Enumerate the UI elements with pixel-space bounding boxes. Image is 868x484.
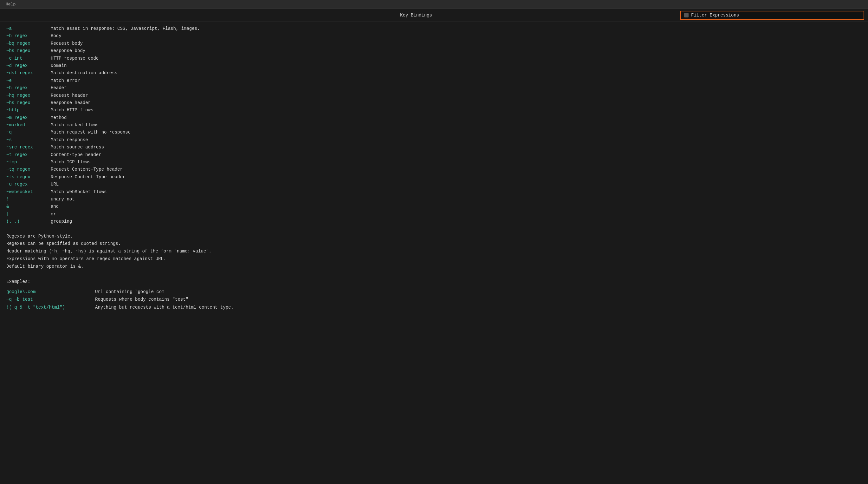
note-line: Regexes can be specified as quoted strin…: [6, 240, 862, 248]
keybinding-key: ~m regex: [6, 114, 51, 121]
keybinding-row: ~t regexContent-type header: [6, 151, 862, 158]
note-line: Default binary operator is &.: [6, 263, 862, 271]
keybinding-row: ~tcpMatch TCP flows: [6, 159, 862, 165]
keybinding-key: ~marked: [6, 121, 51, 128]
examples-list: google\.comUrl containing "google.com~q …: [6, 288, 862, 311]
keybinding-row: ~markedMatch marked flows: [6, 121, 862, 128]
notes-section: Regexes are Python-style.Regexes can be …: [6, 233, 862, 271]
keybinding-row: ~sMatch response: [6, 137, 862, 143]
keybinding-key: &: [6, 203, 51, 210]
filter-dot-icon: [684, 13, 688, 18]
keybinding-desc: Match TCP flows: [51, 159, 91, 165]
keybinding-key: ~s: [6, 137, 51, 143]
keybinding-row: (...)grouping: [6, 218, 862, 225]
keybinding-desc: HTTP response code: [51, 55, 99, 62]
keybinding-desc: Match HTTP flows: [51, 107, 93, 114]
example-row: google\.comUrl containing "google.com: [6, 288, 862, 295]
keybinding-row: ~u regexURL: [6, 181, 862, 188]
keybinding-key: ~ts regex: [6, 174, 51, 180]
keybinding-key: ~dst regex: [6, 69, 51, 77]
keybinding-key: ~http: [6, 107, 51, 114]
keybinding-row: ~bs regexResponse body: [6, 47, 862, 54]
example-desc: Url containing "google.com: [95, 288, 164, 295]
menu-help[interactable]: Help: [3, 2, 19, 7]
keybinding-desc: unary not: [51, 196, 75, 203]
examples-section: Examples: google\.comUrl containing "goo…: [6, 278, 862, 311]
keybinding-row: ~tq regexRequest Content-Type header: [6, 166, 862, 173]
keybinding-desc: Request header: [51, 92, 88, 99]
keybinding-key: ~bq regex: [6, 40, 51, 47]
keybinding-row: ~dst regexMatch destination address: [6, 69, 862, 77]
keybinding-desc: Match error: [51, 77, 80, 84]
keybinding-row: ~eMatch error: [6, 77, 862, 84]
keybinding-key: ~h regex: [6, 84, 51, 91]
keybinding-key: ~c int: [6, 55, 51, 62]
keybinding-desc: Domain: [51, 62, 67, 69]
keybinding-desc: Response body: [51, 47, 85, 54]
example-key: ~q ~b test: [6, 296, 95, 303]
keybinding-key: ~u regex: [6, 181, 51, 188]
keybinding-row: ~bq regexRequest body: [6, 40, 862, 47]
main-content: ~aMatch asset in response: CSS, Javascri…: [0, 22, 868, 314]
keybinding-key: ~d regex: [6, 62, 51, 69]
example-key: google\.com: [6, 288, 95, 295]
example-row: !(~q & ~t "text/html")Anything but reque…: [6, 304, 862, 311]
keybinding-row: ~qMatch request with no response: [6, 129, 862, 136]
keybinding-row: ~m regexMethod: [6, 114, 862, 121]
keybinding-desc: Response Content-Type header: [51, 174, 125, 180]
keybinding-desc: Match destination address: [51, 69, 117, 77]
keybinding-row: ~ts regexResponse Content-Type header: [6, 174, 862, 180]
keybinding-key: ~src regex: [6, 144, 51, 151]
keybinding-row: |or: [6, 211, 862, 218]
keybinding-desc: Body: [51, 32, 62, 39]
examples-title: Examples:: [6, 278, 862, 285]
keybinding-row: ~httpMatch HTTP flows: [6, 107, 862, 114]
keybinding-key: ~t regex: [6, 151, 51, 158]
keybinding-key: ~e: [6, 77, 51, 84]
filter-expression-label: Filter Expressions: [691, 13, 739, 18]
keybinding-key: ~bs regex: [6, 47, 51, 54]
keybinding-desc: Match source address: [51, 144, 104, 151]
keybinding-row: ~aMatch asset in response: CSS, Javascri…: [6, 25, 862, 32]
keybinding-desc: and: [51, 203, 59, 210]
keybinding-key: ~websocket: [6, 188, 51, 195]
keybinding-row: &and: [6, 203, 862, 210]
keybinding-desc: Method: [51, 114, 67, 121]
note-line: Regexes are Python-style.: [6, 233, 862, 240]
keybinding-key: ~q: [6, 129, 51, 136]
panel-title: Key Bindings: [279, 13, 554, 18]
keybinding-desc: Content-type header: [51, 151, 101, 158]
keybinding-row: ~src regexMatch source address: [6, 144, 862, 151]
keybinding-key: (...): [6, 218, 51, 225]
keybinding-desc: Header: [51, 84, 67, 91]
keybindings-list: ~aMatch asset in response: CSS, Javascri…: [6, 25, 862, 225]
keybinding-key: ~hq regex: [6, 92, 51, 99]
keybinding-row: ~c intHTTP response code: [6, 55, 862, 62]
filter-expression-input[interactable]: Filter Expressions: [680, 11, 864, 20]
example-row: ~q ~b testRequests where body contains "…: [6, 296, 862, 303]
top-bar: Key Bindings Filter Expressions: [0, 9, 868, 22]
keybinding-key: ~a: [6, 25, 51, 32]
keybinding-row: ~b regexBody: [6, 32, 862, 39]
keybinding-desc: Response header: [51, 99, 91, 106]
keybinding-row: ~websocketMatch WebSocket flows: [6, 188, 862, 195]
keybinding-key: ~tcp: [6, 159, 51, 165]
keybinding-desc: Request body: [51, 40, 83, 47]
keybinding-desc: Match response: [51, 137, 88, 143]
keybinding-desc: or: [51, 211, 56, 218]
keybinding-desc: Request Content-Type header: [51, 166, 123, 173]
keybinding-desc: URL: [51, 181, 59, 188]
keybinding-desc: grouping: [51, 218, 72, 225]
note-line: Expressions with no operators are regex …: [6, 255, 862, 263]
keybinding-row: !unary not: [6, 196, 862, 203]
keybinding-row: ~h regexHeader: [6, 84, 862, 91]
example-desc: Requests where body contains "test": [95, 296, 188, 303]
keybinding-key: !: [6, 196, 51, 203]
note-line: Header matching (~h, ~hq, ~hs) is agains…: [6, 248, 862, 255]
example-key: !(~q & ~t "text/html"): [6, 304, 95, 311]
keybinding-row: ~d regexDomain: [6, 62, 862, 69]
keybinding-desc: Match request with no response: [51, 129, 131, 136]
menu-bar: Help: [0, 0, 868, 9]
keybinding-key: |: [6, 211, 51, 218]
keybinding-key: ~b regex: [6, 32, 51, 39]
